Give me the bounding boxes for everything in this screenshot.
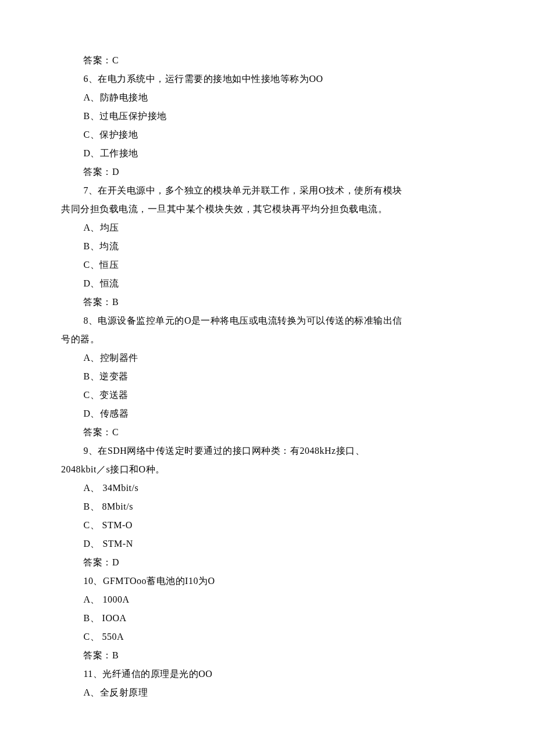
text-line: 答案：C bbox=[61, 51, 474, 70]
text-line: A、全反射原理 bbox=[61, 683, 474, 702]
text-line: A、 34Mbit/s bbox=[61, 479, 474, 497]
text-line: 答案：D bbox=[61, 163, 474, 181]
text-line: 6、在电力系统中，运行需要的接地如中性接地等称为OO bbox=[61, 70, 474, 88]
text-line: 2048kbit／s接口和O种。 bbox=[61, 460, 474, 479]
text-line: 10、GFMTOoo蓄电池的I10为O bbox=[61, 572, 474, 590]
text-line: B、均流 bbox=[61, 237, 474, 256]
text-line: C、变送器 bbox=[61, 386, 474, 404]
text-line: C、 550A bbox=[61, 628, 474, 646]
text-line: 答案：C bbox=[61, 423, 474, 442]
text-line: A、防静电接地 bbox=[61, 88, 474, 107]
text-line: B、 8Mbit/s bbox=[61, 497, 474, 516]
text-line: 答案：B bbox=[61, 293, 474, 311]
text-line: C、恒压 bbox=[61, 256, 474, 274]
text-line: A、控制器件 bbox=[61, 349, 474, 367]
text-line: C、保护接地 bbox=[61, 126, 474, 144]
text-line: 共同分担负载电流，一旦其中某个模块失效，其它模块再平均分担负载电流。 bbox=[61, 200, 474, 218]
text-line: B、逆变器 bbox=[61, 367, 474, 386]
text-line: C、 STM-O bbox=[61, 516, 474, 535]
text-line: B、 IOOA bbox=[61, 609, 474, 628]
text-line: 11、光纤通信的原理是光的OO bbox=[61, 665, 474, 683]
text-line: 9、在SDH网络中传送定时要通过的接口网种类：有2048kHz接口、 bbox=[61, 442, 474, 460]
text-line: D、恒流 bbox=[61, 274, 474, 293]
text-line: A、 1000A bbox=[61, 590, 474, 609]
text-line: 7、在开关电源中，多个独立的模块单元并联工作，采用O技术，使所有模块 bbox=[61, 181, 474, 200]
document-page: 答案：C6、在电力系统中，运行需要的接地如中性接地等称为OOA、防静电接地B、过… bbox=[0, 0, 535, 756]
text-line: A、均压 bbox=[61, 218, 474, 237]
text-line: 号的器。 bbox=[61, 330, 474, 349]
text-line: D、传感器 bbox=[61, 404, 474, 423]
text-line: 答案：D bbox=[61, 553, 474, 572]
text-line: B、过电压保护接地 bbox=[61, 107, 474, 126]
text-line: 答案：B bbox=[61, 646, 474, 665]
text-line: 8、电源设备监控单元的O是一种将电压或电流转换为可以传送的标准输出信 bbox=[61, 311, 474, 330]
text-line: D、 STM-N bbox=[61, 535, 474, 553]
text-line: D、工作接地 bbox=[61, 144, 474, 163]
